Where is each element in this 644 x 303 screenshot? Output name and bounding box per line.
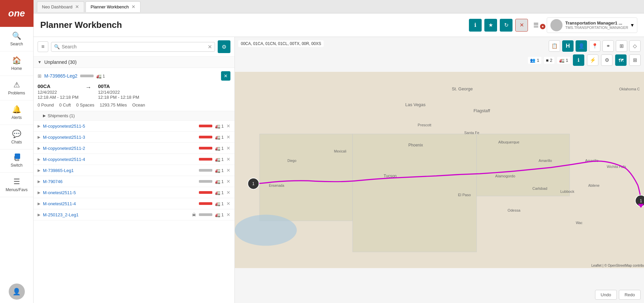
tab-neo-dashboard[interactable]: Neo Dashboard ✕ <box>37 1 84 12</box>
item-link-8[interactable]: M-250123_2-Leg1 <box>43 212 189 217</box>
main-shipment-link[interactable]: M-739865-Leg2 <box>44 73 77 79</box>
item-remove-3[interactable]: ✕ <box>226 157 230 162</box>
shipments-sub-header[interactable]: ▶ Shipments (1) <box>34 111 234 121</box>
search-input[interactable] <box>62 44 208 49</box>
item-remove-4[interactable]: ✕ <box>226 168 230 173</box>
map-btn-connect[interactable]: ⚭ <box>602 40 614 52</box>
map-filter-text: 00CA, 01CA, 01CN, 01CL, 00TX, 00R, 00XS <box>238 40 324 47</box>
map-area: St. George Las Vegas Santa Fe Flagstaff … <box>235 37 644 303</box>
shipment-truck-count: 🚛 1 <box>96 74 105 79</box>
close-tab-neo[interactable]: ✕ <box>75 4 79 9</box>
list-view-button[interactable]: ≡ <box>38 41 48 52</box>
filter-button[interactable]: ⚙ <box>218 40 230 53</box>
from-date: 12/4/2022 <box>38 90 78 95</box>
item-remove-8[interactable]: ✕ <box>226 212 230 217</box>
unplanned-chevron[interactable]: ▼ <box>38 60 42 64</box>
svg-text:Lubbock: Lubbock <box>560 189 574 193</box>
svg-text:1: 1 <box>640 199 642 203</box>
clear-search-button[interactable]: ✕ <box>208 44 212 50</box>
svg-text:Mexicali: Mexicali <box>334 149 346 153</box>
close-button[interactable]: ✕ <box>515 19 528 32</box>
route-from: 00CA 12/4/2022 12:18 AM - 12:18 PM <box>38 83 78 100</box>
map-btn-person[interactable]: 👤 <box>576 40 587 52</box>
svg-text:Carlsbad: Carlsbad <box>532 186 547 190</box>
undo-redo-bar: Undo Redo <box>595 290 641 300</box>
map-btn-H[interactable]: H <box>562 40 574 52</box>
sidebar-item-problems[interactable]: ⚠ Problems <box>0 76 33 100</box>
item-link-3[interactable]: M-copyonetest2511-4 <box>43 157 196 162</box>
tab-planner-workbench[interactable]: Planner Workbench ✕ <box>86 1 141 12</box>
svg-text:Alamogordo: Alamogordo <box>495 174 515 178</box>
list-item: ▶ M-739865-Leg1 🚛1 ✕ <box>34 165 234 176</box>
item-remove-7[interactable]: ✕ <box>226 201 230 206</box>
map-btn-diamond[interactable]: ◇ <box>629 40 641 52</box>
item-chevron[interactable]: ▶ <box>38 179 40 184</box>
item-chevron[interactable]: ▶ <box>38 190 40 195</box>
count-3: 1 <box>566 58 568 63</box>
sidebar-item-alerts[interactable]: 🔔 Alerts <box>0 100 33 125</box>
svg-text:Odessa: Odessa <box>507 208 521 212</box>
alerts-icon: 🔔 <box>12 105 21 114</box>
map-btn-table[interactable]: ⊞ <box>629 54 641 66</box>
shipment-grey-bar <box>80 75 94 77</box>
close-tab-planner[interactable]: ✕ <box>131 4 136 9</box>
item-link-1[interactable]: M-copyonetest2511-3 <box>43 135 196 140</box>
item-chevron[interactable]: ▶ <box>38 124 40 128</box>
item-link-4[interactable]: M-739865-Leg1 <box>43 168 196 173</box>
sidebar-item-switch[interactable]: ⧉ Switch <box>0 149 33 173</box>
expand-icon[interactable]: ✕ <box>221 71 230 81</box>
info-button[interactable]: ℹ <box>469 19 482 32</box>
item-link-7[interactable]: M-onetest2511-4 <box>43 201 196 206</box>
from-code: 00CA <box>38 83 78 89</box>
item-bar-6 <box>199 191 212 194</box>
item-link-5[interactable]: M-790746 <box>43 179 196 184</box>
miles: 1293.75 Miles <box>100 102 127 107</box>
svg-text:Wac: Wac <box>576 221 583 225</box>
svg-text:Abilene: Abilene <box>588 184 600 187</box>
map-btn-settings[interactable]: ⚙ <box>601 54 612 66</box>
map-btn-location[interactable]: 📍 <box>589 40 600 52</box>
cuft: 0 Cuft <box>59 102 71 107</box>
app-logo[interactable]: one <box>0 0 34 27</box>
svg-text:Ensenada: Ensenada <box>269 184 284 187</box>
map-filter-area: 00CA, 01CA, 01CN, 01CL, 00TX, 00R, 00XS <box>238 40 324 47</box>
map-btn-flash[interactable]: ⚡ <box>587 54 598 66</box>
user-avatar-sidebar[interactable]: 👤 <box>9 284 25 300</box>
left-panel: ≡ 🔍 ✕ ⚙ ▼ Unplanned (30) ⊞ M-739865-Leg2 <box>34 37 235 303</box>
undo-button[interactable]: Undo <box>595 290 617 300</box>
item-remove-6[interactable]: ✕ <box>226 190 230 195</box>
item-link-2[interactable]: M-copyonetest2511-2 <box>43 146 196 151</box>
item-chevron[interactable]: ▶ <box>38 213 40 217</box>
star-button[interactable]: ★ <box>484 19 497 32</box>
item-chevron[interactable]: ▶ <box>38 168 40 173</box>
page-header: Planner Workbench ℹ ★ ↻ ✕ ☰ Transportati… <box>34 13 644 37</box>
item-chevron[interactable]: ▶ <box>38 157 40 162</box>
sidebar-item-menus[interactable]: ☰ Menus/Favs <box>0 173 33 197</box>
item-link-6[interactable]: M-onetest2511-5 <box>43 190 196 195</box>
item-link-0[interactable]: M-copyonetest2511-5 <box>43 124 196 129</box>
item-remove-0[interactable]: ✕ <box>226 123 230 129</box>
sidebar-item-chats[interactable]: 💬 Chats <box>0 125 33 149</box>
item-remove-2[interactable]: ✕ <box>226 145 230 151</box>
map-btn-grid[interactable]: ⊞ <box>616 40 627 52</box>
item-chevron[interactable]: ▶ <box>38 135 40 139</box>
item-count-6: 🚛1 <box>215 190 224 195</box>
user-profile[interactable]: Transportation Manager1 ... TMS.TRANSPOR… <box>547 17 637 33</box>
home-icon: 🏠 <box>12 56 21 65</box>
count-group-2: ■ 2 <box>544 57 554 64</box>
sidebar-item-search[interactable]: 🔍 Search <box>0 27 33 51</box>
sidebar-item-home[interactable]: 🏠 Home <box>0 51 33 76</box>
item-chevron[interactable]: ▶ <box>38 202 40 206</box>
map-btn-document[interactable]: 📋 <box>549 40 560 52</box>
item-remove-1[interactable]: ✕ <box>226 134 230 140</box>
map-btn-info[interactable]: ℹ <box>573 54 584 66</box>
item-remove-5[interactable]: ✕ <box>226 179 230 184</box>
header-actions: ℹ ★ ↻ ✕ ☰ Transportation Manager1 ... TM… <box>469 17 637 33</box>
map-btn-map[interactable]: 🗺 <box>615 54 627 66</box>
item-chevron[interactable]: ▶ <box>38 146 40 150</box>
to-date: 12/14/2022 <box>98 90 139 95</box>
redo-button[interactable]: Redo <box>619 290 641 300</box>
refresh-button[interactable]: ↻ <box>500 19 513 32</box>
menu-button[interactable]: ☰ <box>531 20 541 30</box>
route-to: 00TA 12/14/2022 12:18 PM - 12:18 PM <box>98 83 139 100</box>
